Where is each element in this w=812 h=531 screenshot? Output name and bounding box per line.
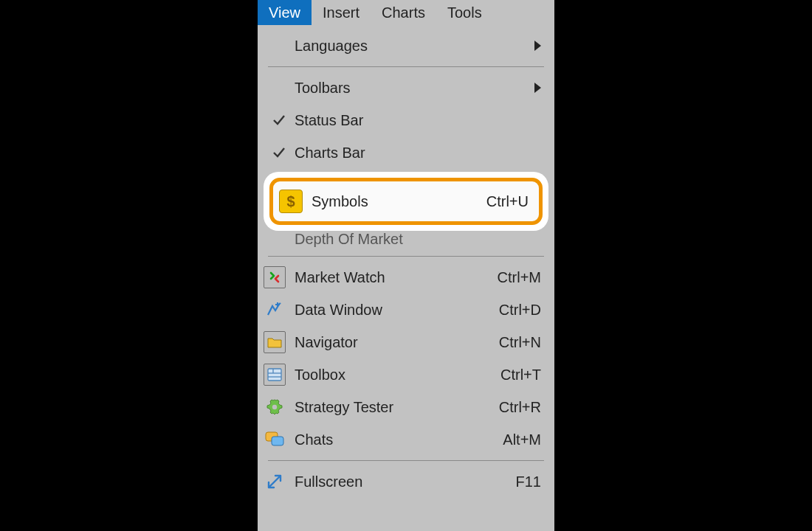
menu-item-symbols[interactable]: $ Symbols Ctrl+U (273, 181, 539, 221)
menu-charts[interactable]: Charts (371, 0, 436, 25)
menu-item-datawindow[interactable]: Data Window Ctrl+D (258, 294, 554, 326)
menu-item-toolbars[interactable]: Toolbars (258, 72, 554, 104)
menu-item-fullscreen[interactable]: Fullscreen F11 (258, 465, 554, 498)
menu-shortcut: Ctrl+U (486, 193, 529, 210)
menu-label: Status Bar (295, 112, 541, 129)
dollar-icon: $ (279, 190, 303, 213)
menu-label: Market Watch (295, 269, 498, 286)
gear-icon (264, 396, 286, 418)
menu-item-marketwatch[interactable]: Market Watch Ctrl+M (258, 261, 554, 294)
svg-point-7 (272, 405, 277, 409)
annotation-callout: $ Symbols Ctrl+U (264, 172, 548, 231)
menu-label: Symbols (312, 193, 486, 210)
menu-label: Navigator (295, 334, 499, 351)
menu-shortcut: Ctrl+D (499, 302, 541, 319)
submenu-arrow-icon (534, 41, 541, 51)
menu-view[interactable]: View (258, 0, 312, 25)
view-dropdown: Languages Toolbars Status Bar Charts Bar (258, 25, 554, 505)
menu-label: Chats (295, 431, 503, 448)
menu-shortcut: F11 (516, 473, 541, 490)
svg-rect-9 (272, 437, 283, 445)
menu-separator (268, 460, 544, 461)
menu-item-statusbar[interactable]: Status Bar (258, 104, 554, 136)
menu-label: Strategy Tester (295, 399, 499, 416)
check-icon (264, 146, 295, 159)
menu-label: Data Window (295, 302, 499, 319)
menu-insert[interactable]: Insert (312, 0, 371, 25)
menu-item-chats[interactable]: Chats Alt+M (258, 423, 554, 456)
menu-shortcut: Alt+M (503, 431, 541, 448)
toolbox-icon (264, 364, 286, 386)
menu-label: Depth Of Market (295, 231, 541, 248)
menu-shortcut: Ctrl+N (499, 334, 541, 351)
menu-shortcut: Ctrl+M (498, 269, 541, 286)
chat-icon (264, 428, 286, 451)
menu-label: Toolbox (295, 367, 500, 384)
menu-label: Fullscreen (295, 473, 516, 490)
menu-item-chartsbar[interactable]: Charts Bar (258, 136, 554, 169)
menu-tools[interactable]: Tools (436, 0, 493, 25)
menubar: View Insert Charts Tools (258, 0, 554, 25)
menu-item-languages[interactable]: Languages (258, 30, 554, 62)
menu-shortcut: Ctrl+R (499, 399, 541, 416)
svg-point-2 (280, 303, 281, 305)
data-window-icon (264, 299, 286, 321)
check-icon (264, 114, 295, 127)
menu-separator (268, 66, 544, 67)
fullscreen-icon (264, 471, 286, 493)
svg-rect-3 (268, 369, 281, 381)
menu-item-navigator[interactable]: Navigator Ctrl+N (258, 326, 554, 358)
submenu-arrow-icon (534, 83, 541, 93)
market-watch-icon (264, 266, 286, 288)
menu-shortcut: Ctrl+T (500, 367, 541, 384)
menu-separator (268, 256, 544, 257)
menu-label: Toolbars (295, 80, 534, 97)
app-window: View Insert Charts Tools Languages Toolb… (258, 0, 554, 531)
folder-icon (264, 331, 286, 353)
menu-label: Languages (295, 38, 534, 55)
menu-label: Charts Bar (295, 145, 541, 162)
menu-item-strategy[interactable]: Strategy Tester Ctrl+R (258, 391, 554, 423)
menu-item-toolbox[interactable]: Toolbox Ctrl+T (258, 358, 554, 391)
